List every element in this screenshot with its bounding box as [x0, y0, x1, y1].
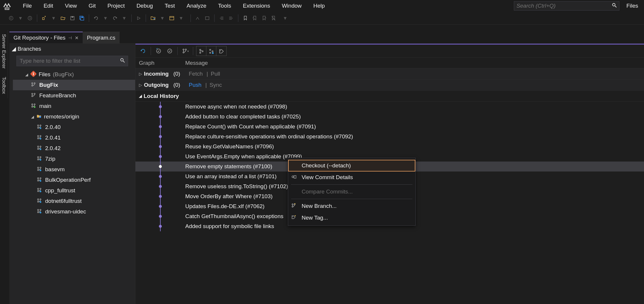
incoming-row[interactable]: ▷ Incoming (0) Fetch | Pull — [135, 68, 644, 79]
tab-git-repository[interactable]: Git Repository - Files ⊣ ✕ — [9, 32, 83, 43]
bookmark-prev-button[interactable] — [251, 14, 259, 22]
browser-dropdown[interactable]: ▾ — [177, 14, 185, 22]
local-history-header[interactable]: ◢ Local History — [135, 91, 644, 102]
menu-help[interactable]: Help — [312, 1, 327, 10]
branch-filter-input[interactable] — [20, 58, 120, 64]
ctx-new-tag[interactable]: New Tag... — [288, 212, 415, 224]
remote-branch-icon — [37, 124, 43, 130]
browser-button[interactable] — [168, 14, 176, 22]
history-toolbar: ▾ — [135, 44, 644, 58]
overflow-button[interactable]: ▾ — [281, 14, 289, 22]
branch-filter-box[interactable] — [16, 56, 128, 66]
bookmark-next-button[interactable] — [260, 14, 268, 22]
push-link[interactable]: Push — [189, 82, 201, 88]
side-tab-server-explorer[interactable]: Server Explorer — [0, 30, 8, 73]
remotes-node[interactable]: ◢ remotes/origin — [13, 111, 135, 122]
redo-button[interactable] — [111, 14, 119, 22]
commit-row[interactable]: Remove async when not needed (#7098) — [135, 102, 644, 112]
redo-dropdown[interactable]: ▾ — [120, 14, 128, 22]
find-in-files-button[interactable] — [149, 14, 157, 22]
menu-analyze[interactable]: Analyze — [185, 1, 208, 10]
filter-2-button[interactable] — [165, 46, 174, 56]
remote-branch-basevm[interactable]: basevm — [13, 164, 135, 175]
indent-right-button[interactable] — [227, 14, 235, 22]
branches-header[interactable]: ◢ Branches — [9, 44, 135, 54]
save-button[interactable] — [68, 14, 77, 22]
commit-row[interactable]: Replace culture-sensitive operations wit… — [135, 132, 644, 142]
sync-link[interactable]: Sync — [210, 82, 222, 88]
nav-back-button[interactable] — [7, 14, 15, 22]
fetch-link[interactable]: Fetch — [189, 71, 203, 77]
start-button[interactable] — [135, 14, 143, 22]
new-project-button[interactable] — [40, 14, 48, 22]
branch-main[interactable]: main — [13, 101, 135, 111]
refresh-button[interactable] — [138, 46, 148, 56]
branch-featurebranch[interactable]: FeatureBranch — [13, 90, 135, 101]
find-dropdown[interactable]: ▾ — [158, 14, 166, 22]
nav-forward-button[interactable] — [26, 14, 34, 22]
commit-row[interactable]: Replace Count() with Count when applicab… — [135, 122, 644, 132]
commit-row[interactable]: Reuse key.GetValueNames (#7096) — [135, 142, 644, 152]
menu-git[interactable]: Git — [87, 1, 97, 10]
menu-debug[interactable]: Debug — [135, 1, 155, 10]
menu-window[interactable]: Window — [280, 1, 303, 10]
tb-icon-2[interactable] — [203, 14, 211, 22]
menu-tools[interactable]: Tools — [216, 1, 233, 10]
undo-button[interactable] — [92, 14, 100, 22]
branch-filter-button[interactable]: ▾ — [181, 46, 190, 56]
remote-branch-cpp-fulltrust[interactable]: cpp_fulltrust — [13, 185, 135, 196]
solution-name[interactable]: Files — [626, 3, 638, 9]
remote-branch-2-0-40[interactable]: 2.0.40 — [13, 122, 135, 133]
commit-row[interactable]: Added button to clear completed tasks (#… — [135, 112, 644, 122]
pull-link[interactable]: Pull — [211, 71, 220, 77]
undo-dropdown[interactable]: ▾ — [101, 14, 110, 22]
collapse-icon: ◢ — [25, 72, 28, 77]
ctx-new-branch[interactable]: New Branch... — [288, 200, 415, 212]
menu-file[interactable]: File — [21, 1, 34, 10]
menu-extensions[interactable]: Extensions — [241, 1, 272, 10]
remote-branch-bulkoperationperf[interactable]: BulkOperationPerf — [13, 175, 135, 185]
svg-point-39 — [38, 125, 39, 126]
save-all-button[interactable] — [78, 14, 86, 22]
remote-branch-2-0-41[interactable]: 2.0.41 — [13, 133, 135, 143]
repo-node[interactable]: ◢ Files (BugFix) — [13, 69, 135, 80]
branch-icon — [31, 82, 37, 88]
menu-edit[interactable]: Edit — [42, 1, 55, 10]
view-list-button[interactable] — [206, 46, 216, 56]
svg-point-93 — [293, 216, 293, 217]
open-file-button[interactable] — [59, 14, 67, 22]
view-graph-button[interactable] — [196, 46, 206, 56]
svg-point-54 — [40, 159, 41, 161]
filter-1-button[interactable] — [154, 46, 163, 56]
col-message[interactable]: Message — [185, 60, 644, 66]
menu-view[interactable]: View — [63, 1, 79, 10]
new-project-dropdown[interactable]: ▾ — [50, 14, 58, 22]
remote-branch-2-0-42[interactable]: 2.0.42 — [13, 143, 135, 154]
branch-bugfix[interactable]: BugFix — [13, 80, 135, 90]
menu-project[interactable]: Project — [106, 1, 127, 10]
close-icon[interactable]: ✕ — [75, 35, 79, 41]
graph-cell — [135, 221, 185, 231]
col-graph[interactable]: Graph — [135, 60, 185, 66]
bookmark-clear-button[interactable] — [269, 14, 278, 22]
indent-left-button[interactable] — [218, 14, 226, 22]
nav-back-dropdown[interactable]: ▾ — [16, 14, 25, 22]
svg-rect-14 — [205, 17, 209, 20]
side-tab-toolbox[interactable]: Toolbox — [0, 73, 8, 98]
ctx-label: Compare Commits... — [302, 188, 353, 195]
tb-icon-1[interactable] — [194, 14, 202, 22]
search-input[interactable] — [516, 3, 612, 9]
bookmark-button[interactable] — [241, 14, 249, 22]
tab-program-cs[interactable]: Program.cs — [83, 32, 119, 43]
view-tag-button[interactable] — [216, 46, 226, 56]
branch-label: FeatureBranch — [39, 92, 76, 99]
outgoing-row[interactable]: ▷ Outgoing (0) Push | Sync — [135, 79, 644, 91]
pin-icon[interactable]: ⊣ — [68, 35, 72, 40]
ctx-view-commit-details[interactable]: View Commit Details — [288, 171, 415, 183]
remote-branch-dotnet6fulltrust[interactable]: dotnet6fulltrust — [13, 196, 135, 206]
menu-test[interactable]: Test — [163, 1, 177, 10]
ctx-checkout-detach[interactable]: Checkout (--detach) — [288, 160, 415, 171]
search-box[interactable] — [514, 1, 619, 11]
remote-branch-7zip[interactable]: 7zip — [13, 154, 135, 164]
remote-branch-drivesman-uidec[interactable]: drivesman-uidec — [13, 206, 135, 217]
